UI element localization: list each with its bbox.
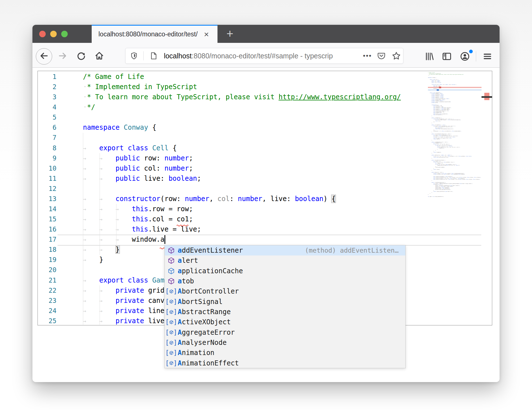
tab-whitespace-arrow: → (99, 173, 116, 184)
close-window-button[interactable] (39, 31, 46, 37)
page-actions-icon[interactable]: ••• (363, 52, 372, 60)
library-icon[interactable] (422, 50, 436, 63)
suggest-item[interactable]: alert (165, 255, 405, 266)
code-line[interactable]: 5 (38, 112, 481, 122)
class-kind-icon: [] (167, 298, 175, 306)
code-token: ; (189, 164, 193, 172)
suggest-item[interactable]: []ActiveXObject (165, 317, 405, 327)
code-token: { (331, 195, 335, 203)
code-line[interactable]: 9→→public row: number; (38, 153, 481, 163)
tab-whitespace-arrow: → (99, 204, 116, 214)
suggest-label: AbortController (178, 287, 239, 295)
minimap-error-marker (439, 87, 441, 88)
code-line[interactable]: 17→→→window.a (38, 234, 481, 244)
code-line[interactable]: 12 (38, 184, 481, 194)
suggest-item[interactable]: []Animation (165, 348, 405, 358)
line-number: 9 (38, 153, 56, 163)
home-icon (94, 51, 104, 62)
code-line[interactable]: 13→→constructor(row: number, col: number… (38, 194, 481, 204)
code-token: · (83, 83, 87, 91)
code-token: class (128, 144, 148, 152)
suggest-item[interactable]: []AggregateError (165, 327, 405, 338)
suggest-item[interactable]: []AbortController (165, 286, 405, 296)
tab-localhost[interactable]: localhost:8080/monaco-editor/test/ × (92, 25, 217, 43)
code-line[interactable]: 16→→→this.live = live; (38, 224, 481, 234)
new-tab-button[interactable]: + (222, 25, 238, 43)
shield-icon[interactable] (127, 49, 140, 63)
suggest-item[interactable]: applicationCache (165, 266, 405, 276)
code-token: this (132, 215, 148, 223)
code-line[interactable]: 3·* To learn more about TypeScript, plea… (38, 92, 481, 102)
code-token (148, 276, 152, 284)
forward-button[interactable] (54, 48, 71, 65)
code-token: /* Game of Life (83, 73, 144, 81)
forward-arrow-icon (58, 51, 67, 62)
account-notification-dot (469, 50, 473, 53)
suggest-widget[interactable]: addEventListener(method) addEventListen…… (164, 245, 406, 368)
suggest-item[interactable]: []AbortSignal (165, 297, 405, 307)
minimap-cursor-marker (437, 89, 439, 91)
code-token (124, 276, 127, 284)
code-token: .live = live; (148, 225, 201, 233)
code-token: class (128, 276, 148, 284)
tab-whitespace-arrow: → (99, 194, 116, 204)
url-bar[interactable]: localhost:8080/monaco-editor/test/#sampl… (125, 48, 403, 64)
suggest-item[interactable]: []AnalyserNode (165, 338, 405, 348)
tab-whitespace-arrow: → (83, 275, 99, 285)
suggest-item[interactable]: atob (165, 276, 405, 286)
reload-button[interactable] (73, 48, 89, 65)
page-info-icon[interactable] (147, 49, 160, 63)
code-token: (row: (161, 195, 185, 203)
code-token: public (116, 175, 140, 182)
code-line[interactable]: 4·*/ (38, 102, 481, 112)
pocket-icon[interactable] (375, 49, 388, 63)
tab-close-icon[interactable]: × (204, 30, 209, 39)
class-kind-icon: [] (167, 287, 175, 295)
suggest-item[interactable]: []AbstractRange (165, 307, 405, 317)
minimap-current-line (428, 89, 482, 91)
suggest-label: AbortSignal (178, 298, 223, 306)
code-line[interactable]: 14→→→this.row = row; (38, 204, 481, 214)
bookmark-star-icon[interactable] (390, 49, 403, 63)
code-token: private (116, 286, 144, 294)
back-button[interactable] (36, 48, 52, 65)
url-text[interactable]: localhost:8080/monaco-editor/test/#sampl… (164, 52, 362, 60)
line-number: 11 (38, 173, 56, 184)
minimap[interactable]: /* Game of Life * Implemented in TypeScr… (428, 72, 482, 254)
tab-whitespace-arrow: → (83, 224, 99, 234)
code-token: Conway (124, 124, 148, 131)
code-line[interactable]: 7 (38, 133, 481, 143)
tab-whitespace-arrow: → (83, 214, 99, 224)
scrollbar-slider[interactable] (482, 96, 492, 98)
error-squiggle-co1 (177, 222, 189, 228)
minimize-window-button[interactable] (50, 31, 57, 37)
code-line[interactable]: 6namespace Conway { (38, 122, 481, 133)
suggest-item[interactable]: addEventListener(method) addEventListen… (165, 245, 405, 255)
sidebar-toggle-icon[interactable] (440, 50, 454, 63)
code-token: col (217, 195, 230, 203)
minimap-code: /* Game of Life * Implemented in TypeScr… (428, 72, 482, 197)
suggest-label: Animation (178, 349, 214, 357)
suggest-item[interactable]: []AnimationEffect (165, 358, 405, 368)
code-token: private (116, 317, 144, 325)
code-token: export (99, 276, 124, 284)
hamburger-menu-icon[interactable] (480, 50, 494, 63)
code-token: : (230, 195, 238, 203)
code-line[interactable]: 15→→→this.col = co1; (38, 214, 481, 224)
code-token: public (116, 154, 140, 162)
line-number: 23 (38, 296, 56, 306)
code-line[interactable]: 2·* Implemented in TypeScript (38, 82, 481, 92)
code-line[interactable]: 8→export class Cell { (38, 143, 481, 153)
tab-whitespace-arrow: → (83, 173, 99, 184)
tab-whitespace-arrow: → (116, 224, 132, 234)
code-line[interactable]: 11→→public live: boolean; (38, 173, 481, 184)
tab-whitespace-arrow: → (83, 285, 99, 296)
suggest-label: ActiveXObject (178, 318, 231, 326)
tab-whitespace-arrow: → (99, 224, 116, 234)
code-line[interactable]: 10→→public col: number; (38, 163, 481, 173)
code-token: number (185, 195, 209, 203)
home-button[interactable] (91, 48, 107, 65)
line-number: 2 (38, 82, 56, 92)
zoom-window-button[interactable] (61, 31, 68, 37)
code-line[interactable]: 1/* Game of Life (38, 72, 481, 82)
